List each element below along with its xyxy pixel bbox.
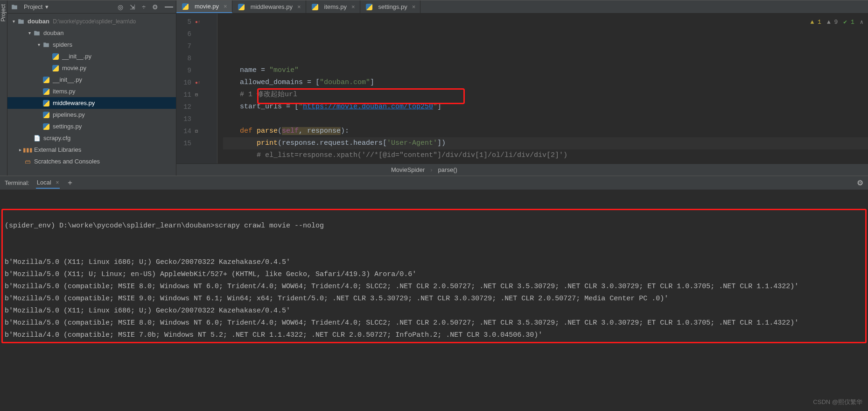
tree-item[interactable]: items.py	[7, 85, 176, 97]
collapse-icon[interactable]: ÷	[142, 3, 146, 11]
terminal-tab[interactable]: Local ×	[36, 177, 60, 189]
code-region: 5●↑678910●↑11⊟121314⊟15 ▲ 1 ▲ 9 ✔ 1 ∧ na…	[176, 14, 868, 163]
expand-icon[interactable]: ⇲	[130, 3, 135, 11]
code-line[interactable]: el_list = response.xpath('//*[@class="in…	[223, 162, 868, 163]
close-icon[interactable]: ×	[412, 3, 416, 10]
watermark: CSDN @熙仪繁华	[813, 396, 862, 408]
add-terminal-icon[interactable]: ＋	[66, 178, 74, 188]
terminal-line: b'Mozilla/5.0 (X11; Linux i686; U;) Geck…	[5, 305, 863, 317]
gutter: 5●↑678910●↑11⊟121314⊟15	[176, 14, 217, 163]
hide-icon[interactable]: —	[165, 2, 173, 12]
ok-icon[interactable]: ✔ 1	[843, 16, 854, 28]
editor-tab[interactable]: settings.py×	[360, 0, 421, 13]
gear-icon[interactable]: ⚙	[152, 3, 158, 11]
terminal-line: b'Mozilla/5.0 (X11; U; Linux; en-US) App…	[5, 269, 863, 281]
chevron-down-icon[interactable]: ▾	[45, 3, 49, 10]
python-file-icon	[311, 3, 319, 11]
project-title[interactable]: Project	[24, 3, 42, 10]
code-line[interactable]: allowed_domains = ["douban.com"]	[223, 77, 868, 89]
python-file-icon	[181, 2, 189, 11]
warn-icon[interactable]: ▲ 1	[810, 16, 821, 28]
breadcrumb-sep-icon: ›	[430, 166, 432, 173]
editor-tab[interactable]: items.py×	[306, 0, 360, 13]
close-icon[interactable]: ×	[224, 3, 227, 10]
code-line[interactable]	[223, 113, 868, 125]
breadcrumb: MovieSpider › parse()	[176, 163, 868, 176]
terminal-gear-icon[interactable]: ⚙	[857, 178, 863, 187]
left-rail-label[interactable]: Project	[0, 0, 7, 25]
code-line[interactable]: def parse(self, response):	[223, 125, 868, 137]
editor-tab[interactable]: middlewares.py×	[232, 0, 306, 13]
inspection-status: ▲ 1 ▲ 9 ✔ 1 ∧	[810, 16, 863, 28]
left-rail: Project	[0, 0, 7, 176]
folder-icon	[10, 3, 19, 11]
breadcrumb-class[interactable]: MovieSpider	[391, 166, 425, 173]
tree-item[interactable]: 📄scrapy.cfg	[7, 132, 176, 144]
tree-item[interactable]: ▾douban	[7, 27, 176, 39]
tree-item[interactable]: ▸▮▮▮External Libraries	[7, 144, 176, 156]
weak-warn-icon[interactable]: ▲ 9	[827, 16, 838, 28]
terminal-line: b'Mozilla/5.0 (compatible; MSIE 8.0; Win…	[5, 281, 863, 293]
code-line[interactable]: name = "movie"	[223, 64, 868, 77]
terminal-tab-label: Local	[37, 179, 51, 186]
target-icon[interactable]: ◎	[118, 3, 123, 11]
terminal-prompt: (spider_env) D:\worke\pycode\splider_lea…	[5, 220, 863, 232]
tree-item[interactable]: middlewares.py	[7, 97, 176, 109]
python-file-icon	[237, 3, 245, 11]
tree-item[interactable]: ▾spiders	[7, 39, 176, 50]
tree-item[interactable]: settings.py	[7, 120, 176, 132]
editor-tab[interactable]: movie.py×	[176, 0, 232, 13]
breadcrumb-method[interactable]: parse()	[438, 166, 457, 173]
code-line[interactable]: start_urls = ["https://movie.douban.com/…	[223, 101, 868, 113]
python-file-icon	[365, 3, 373, 11]
terminal-header: Terminal: Local × ＋ ⚙	[0, 176, 868, 190]
terminal-body[interactable]: (spider_env) D:\worke\pycode\splider_lea…	[0, 190, 868, 411]
terminal-line: b'Mozilla/4.0 (compatible; MSIE 7.0b; Wi…	[5, 329, 863, 341]
caret-up-icon[interactable]: ∧	[860, 16, 863, 28]
code-line[interactable]: # el_list=response.xpath('//*[@id="conte…	[223, 149, 868, 162]
terminal-line: b'Mozilla/5.0 (compatible; MSIE 8.0; Win…	[5, 317, 863, 329]
code-editor[interactable]: ▲ 1 ▲ 9 ✔ 1 ∧ name = "movie" allowed_dom…	[217, 14, 868, 163]
close-icon[interactable]: ×	[297, 3, 301, 10]
close-icon[interactable]: ×	[56, 179, 59, 186]
terminal-panel: Terminal: Local × ＋ ⚙ (spider_env) D:\wo…	[0, 176, 868, 411]
tree-item[interactable]: pipelines.py	[7, 109, 176, 120]
editor-area: movie.py×middlewares.py×items.py×setting…	[176, 0, 868, 176]
terminal-title: Terminal:	[5, 179, 29, 186]
code-line[interactable]: # 1 修改起始url	[223, 89, 868, 101]
editor-tabs: movie.py×middlewares.py×items.py×setting…	[176, 0, 868, 14]
terminal-line: b'Mozilla/5.0 (compatible; MSIE 9.0; Win…	[5, 293, 863, 305]
tree-root[interactable]: ▾ douban D:\worke\pycode\splider_learn\d…	[7, 15, 176, 27]
project-header: Project ▾ ◎ ⇲ ÷ ⚙ —	[7, 0, 176, 14]
close-icon[interactable]: ×	[351, 3, 355, 10]
tree-item[interactable]: __init__.py	[7, 74, 176, 85]
project-panel: Project ▾ ◎ ⇲ ÷ ⚙ — ▾ douban D:\worke\py…	[7, 0, 176, 176]
terminal-line: b'Mozilla/5.0 (X11; Linux i686; U;) Geck…	[5, 256, 863, 269]
code-line[interactable]: print(response.request.headers['User-Age…	[223, 137, 868, 149]
project-tree: ▾ douban D:\worke\pycode\splider_learn\d…	[7, 14, 176, 176]
tree-item[interactable]: movie.py	[7, 62, 176, 74]
tree-item[interactable]: 🗃Scratches and Consoles	[7, 156, 176, 167]
tree-item[interactable]: __init__.py	[7, 50, 176, 62]
